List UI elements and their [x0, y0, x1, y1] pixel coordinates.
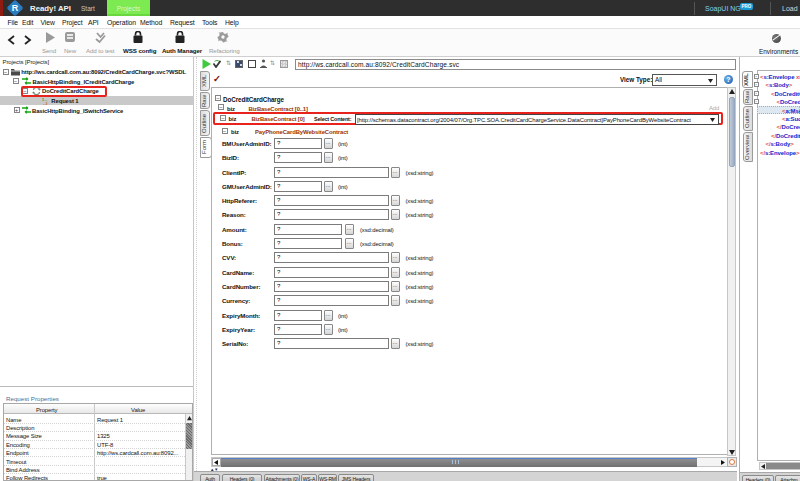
svg-text:←2: ←2 — [42, 101, 48, 105]
